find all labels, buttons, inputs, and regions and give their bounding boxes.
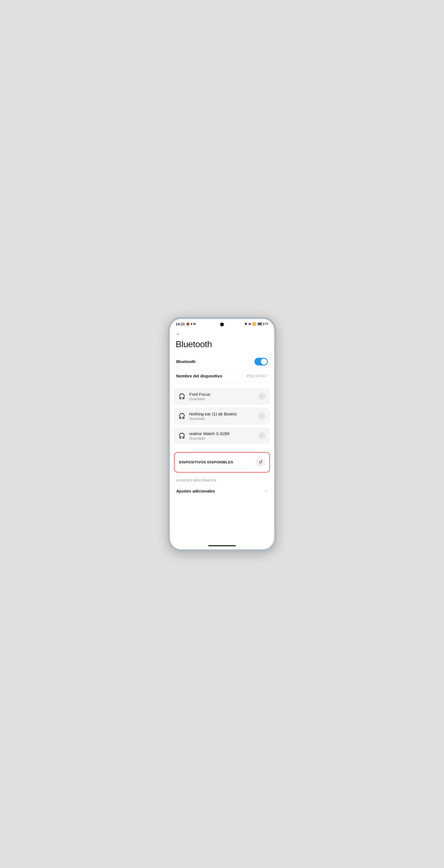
additional-settings-section: AJUSTES ADICIONALES Ajustes adicionales …: [170, 472, 274, 498]
device-info-nothing: 🎧 Nothing ear (1) de Beatriz Guardado: [178, 411, 237, 421]
bluetooth-label: Bluetooth: [176, 359, 196, 364]
device-name-nothing: Nothing ear (1) de Beatriz: [189, 411, 237, 416]
status-time: 14:21: [176, 322, 185, 326]
device-name-label: Nombre del dispositivo: [176, 374, 222, 378]
additional-settings-chevron: >: [265, 489, 268, 494]
device-card-nothing[interactable]: 🎧 Nothing ear (1) de Beatriz Guardado >: [174, 408, 270, 425]
device-name-row[interactable]: Nombre del dispositivo POCO F4 >: [174, 370, 270, 382]
status-right: ✱ ⊗ 📶 77: [244, 322, 268, 326]
device-name-realme: realme Watch 3-31B9: [189, 431, 230, 436]
phone-frame: 14:21 🔕 ⬆ M ✱ ⊗ 📶 77 ← Bluetooth Bluetoo…: [168, 317, 276, 551]
home-bar: [208, 545, 236, 546]
device-chevron-ford: >: [258, 393, 266, 400]
additional-settings-text: Ajustes adicionales: [176, 489, 215, 493]
signal-x-icon: ⊗: [248, 322, 251, 326]
home-indicator: [170, 543, 274, 550]
device-card-realme[interactable]: 🎧 realme Watch 3-31B9 Guardado >: [174, 427, 270, 444]
device-chevron-realme: >: [258, 432, 266, 439]
device-info-ford: 🎧 Ford Focus Guardado: [178, 392, 210, 401]
paired-devices-section: 🎧 Ford Focus Guardado > 🎧 Nothing ear (1…: [170, 385, 274, 450]
wifi-icon: 📶: [252, 322, 256, 326]
status-icons-left: 🔕 ⬆ M: [186, 322, 196, 326]
device-status-ford: Guardado: [189, 397, 210, 401]
status-bar: 14:21 🔕 ⬆ M ✱ ⊗ 📶 77: [170, 319, 274, 327]
available-devices-section[interactable]: DISPOSITIVOS DISPONIBLES ↺: [174, 452, 270, 472]
bluetooth-status-icon: ✱: [244, 322, 247, 326]
device-chevron-nothing: >: [258, 412, 266, 420]
battery-icon: [258, 322, 264, 326]
bluetooth-toggle[interactable]: [255, 358, 268, 366]
additional-settings-row[interactable]: Ajustes adicionales >: [170, 484, 274, 498]
headphone-icon-ford: 🎧: [178, 393, 185, 400]
back-button[interactable]: ←: [170, 327, 274, 337]
available-devices-label: DISPOSITIVOS DISPONIBLES: [179, 460, 233, 464]
bluetooth-toggle-section: Bluetooth Nombre del dispositivo POCO F4…: [170, 354, 274, 382]
device-name-chevron: >: [266, 374, 268, 378]
device-name-ford: Ford Focus: [189, 392, 210, 397]
device-status-nothing: Guardado: [189, 416, 237, 421]
device-info-realme: 🎧 realme Watch 3-31B9 Guardado: [178, 431, 230, 440]
device-name-value: POCO F4 >: [247, 374, 268, 378]
headphone-icon-nothing: 🎧: [178, 413, 185, 419]
page-title: Bluetooth: [170, 337, 274, 354]
headphone-icon-realme: 🎧: [178, 432, 185, 439]
bluetooth-toggle-row: Bluetooth: [174, 354, 270, 370]
device-card-ford[interactable]: 🎧 Ford Focus Guardado >: [174, 388, 270, 405]
refresh-icon: ↺: [259, 460, 262, 465]
additional-settings-header: AJUSTES ADICIONALES: [170, 472, 274, 484]
device-name-text: POCO F4: [247, 374, 265, 378]
device-status-realme: Guardado: [189, 436, 230, 440]
screen-content: ← Bluetooth Bluetooth Nombre del disposi…: [170, 327, 274, 543]
additional-settings-section-label: AJUSTES ADICIONALES: [176, 479, 216, 482]
battery-percent: 77: [265, 322, 268, 326]
status-left: 14:21 🔕 ⬆ M: [176, 322, 196, 326]
refresh-button[interactable]: ↺: [256, 458, 265, 467]
